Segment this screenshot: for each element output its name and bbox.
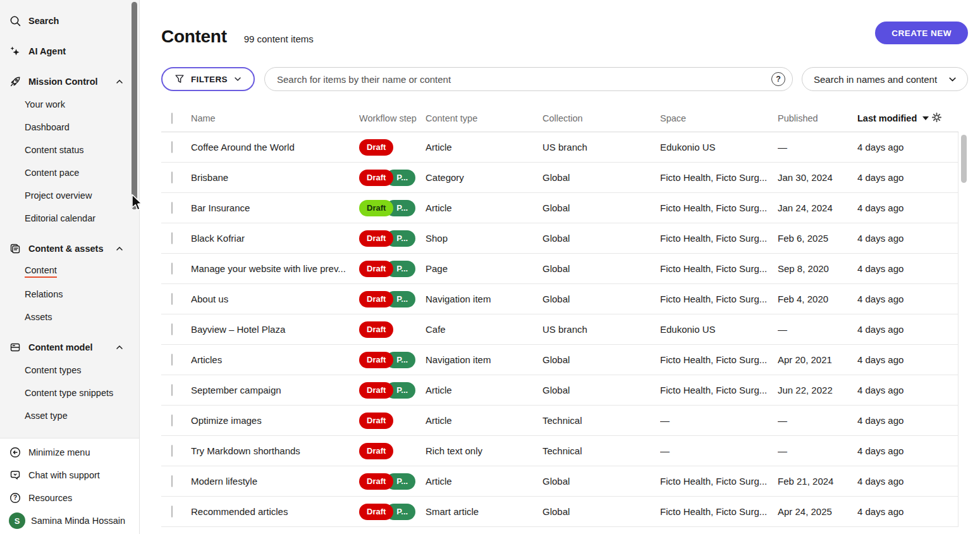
- column-header-collection[interactable]: Collection: [542, 113, 660, 123]
- row-checkbox[interactable]: [171, 141, 173, 153]
- workflow-step-cell: DraftP...: [359, 382, 426, 399]
- row-name[interactable]: Modern lifestyle: [191, 476, 359, 487]
- row-checkbox[interactable]: [171, 202, 173, 214]
- sidebar-item-editorial-calendar[interactable]: Editorial calendar: [0, 207, 139, 230]
- row-checkbox-cell: [161, 202, 191, 213]
- sidebar-item-chat-with-support[interactable]: Chat with support: [0, 464, 139, 487]
- row-name[interactable]: Optimize images: [191, 415, 359, 426]
- sidebar-item-project-overview[interactable]: Project overview: [0, 184, 139, 207]
- row-checkbox[interactable]: [171, 414, 173, 426]
- row-checkbox[interactable]: [171, 354, 173, 366]
- sidebar-section-content-assets[interactable]: Content & assets: [0, 237, 139, 260]
- table-row[interactable]: Bayview – Hotel PlazaDraftCafeUS branchE…: [161, 314, 958, 345]
- table-scrollbar[interactable]: [961, 135, 967, 183]
- table-row[interactable]: BrisbaneDraftP...CategoryGlobalFicto Hea…: [161, 163, 958, 193]
- row-name[interactable]: Black Kofriar: [191, 233, 359, 244]
- select-all-checkbox[interactable]: [171, 113, 173, 124]
- sidebar-item-resources[interactable]: ? Resources: [0, 487, 139, 509]
- row-checkbox[interactable]: [171, 171, 173, 183]
- row-name[interactable]: Brisbane: [191, 172, 359, 183]
- row-checkbox[interactable]: [171, 293, 173, 305]
- column-header-last-modified[interactable]: Last modified: [857, 113, 929, 123]
- row-name[interactable]: Try Markdown shorthands: [191, 445, 359, 456]
- table-row[interactable]: Black KofriarDraftP...ShopGlobalFicto He…: [161, 223, 958, 254]
- sidebar-item-minimize-menu[interactable]: Minimize menu: [0, 441, 139, 464]
- page-header: Content 99 content items CREATE NEW: [161, 27, 968, 47]
- sidebar-item-asset-type[interactable]: Asset type: [0, 404, 139, 427]
- sidebar-section-mission-control[interactable]: Mission Control: [0, 70, 139, 93]
- sidebar-item-ai-agent[interactable]: AI Agent: [0, 40, 139, 63]
- column-header-name[interactable]: Name: [191, 113, 359, 123]
- row-checkbox[interactable]: [171, 445, 173, 457]
- chevron-up-icon: [115, 77, 124, 86]
- table-row[interactable]: Bar InsuranceDraftP...ArticleGlobalFicto…: [161, 193, 958, 223]
- row-collection: Global: [542, 294, 660, 304]
- table-row[interactable]: ArticlesDraftP...Navigation itemGlobalFi…: [161, 345, 958, 375]
- column-header-space[interactable]: Space: [660, 113, 778, 123]
- row-checkbox-cell: [161, 476, 191, 487]
- row-checkbox[interactable]: [171, 323, 173, 335]
- sidebar-item-label: AI Agent: [28, 46, 66, 56]
- sidebar-item-content-types[interactable]: Content types: [0, 359, 139, 382]
- column-header-content-type[interactable]: Content type: [426, 113, 542, 123]
- filters-button[interactable]: FILTERS: [161, 67, 255, 91]
- workflow-step-cell: DraftP...: [359, 291, 426, 307]
- row-name[interactable]: Coffee Around the World: [191, 142, 359, 152]
- gear-icon[interactable]: [931, 111, 943, 123]
- row-collection: Global: [542, 172, 660, 183]
- sidebar-item-label: Content types: [25, 365, 81, 375]
- sidebar-section-content-model[interactable]: Content model: [0, 336, 139, 359]
- row-collection: Technical: [542, 445, 660, 456]
- row-name[interactable]: September campaign: [191, 385, 359, 395]
- row-name[interactable]: Bar Insurance: [191, 202, 359, 213]
- row-name[interactable]: Manage your website with live prev...: [191, 263, 359, 274]
- workflow-badge-draft: Draft: [359, 504, 393, 520]
- row-published: Sep 8, 2020: [778, 263, 857, 274]
- column-header-published[interactable]: Published: [778, 113, 857, 123]
- table-row[interactable]: Manage your website with live prev...Dra…: [161, 254, 958, 284]
- row-name[interactable]: Recommended articles: [191, 506, 359, 517]
- create-new-button[interactable]: CREATE NEW: [875, 22, 968, 44]
- sidebar-item-assets[interactable]: Assets: [0, 306, 139, 328]
- table-row[interactable]: Recommended articlesDraftP...Smart artic…: [161, 497, 958, 527]
- row-space: Ficto Health, Ficto Surg...: [660, 233, 778, 244]
- row-name[interactable]: Articles: [191, 354, 359, 365]
- search-scope-dropdown[interactable]: Search in names and content: [802, 67, 968, 91]
- sidebar-item-search[interactable]: Search: [0, 9, 139, 32]
- sidebar-item-content-status[interactable]: Content status: [0, 139, 139, 161]
- search-field-wrap: ?: [264, 67, 793, 91]
- row-checkbox[interactable]: [171, 506, 173, 518]
- table-row[interactable]: Optimize imagesDraftArticleTechnical——4 …: [161, 406, 958, 436]
- row-space: Ficto Health, Ficto Surg...: [660, 354, 778, 365]
- table-row[interactable]: Coffee Around the WorldDraftArticleUS br…: [161, 132, 958, 163]
- sidebar-item-relations[interactable]: Relations: [0, 283, 139, 306]
- sidebar-item-content[interactable]: Content: [0, 260, 139, 283]
- sidebar-scrollbar[interactable]: [132, 2, 137, 209]
- table-row[interactable]: About usDraftP...Navigation itemGlobalFi…: [161, 284, 958, 314]
- sidebar-item-user-profile[interactable]: S Samina Minda Hossain: [0, 509, 139, 532]
- row-name[interactable]: Bayview – Hotel Plaza: [191, 324, 359, 335]
- sidebar-item-label: Your work: [25, 99, 65, 109]
- sidebar-item-content-pace[interactable]: Content pace: [0, 161, 139, 184]
- sidebar-item-content-type-snippets[interactable]: Content type snippets: [0, 382, 139, 404]
- sidebar-item-label: Assets: [25, 312, 52, 322]
- row-content-type: Article: [426, 202, 542, 213]
- minimize-icon: [9, 446, 21, 459]
- table-row[interactable]: Modern lifestyleDraftP...ArticleGlobalFi…: [161, 466, 958, 497]
- table-row[interactable]: September campaignDraftP...ArticleGlobal…: [161, 375, 958, 406]
- row-name[interactable]: About us: [191, 294, 359, 304]
- table-row[interactable]: Try Markdown shorthandsDraftRich text on…: [161, 436, 958, 466]
- search-help-icon[interactable]: ?: [771, 72, 785, 86]
- column-header-workflow-step[interactable]: Workflow step: [359, 113, 426, 123]
- sidebar-item-your-work[interactable]: Your work: [0, 93, 139, 116]
- row-last-modified: 4 days ago: [857, 263, 929, 274]
- pages-icon: [9, 242, 21, 255]
- row-checkbox[interactable]: [171, 232, 173, 244]
- row-checkbox[interactable]: [171, 384, 173, 396]
- search-input[interactable]: [264, 67, 793, 91]
- sidebar-section-label: Content model: [28, 342, 93, 352]
- sidebar-item-label: Content status: [25, 145, 84, 155]
- row-checkbox[interactable]: [171, 475, 173, 487]
- sidebar-item-dashboard[interactable]: Dashboard: [0, 116, 139, 139]
- row-checkbox[interactable]: [171, 263, 173, 275]
